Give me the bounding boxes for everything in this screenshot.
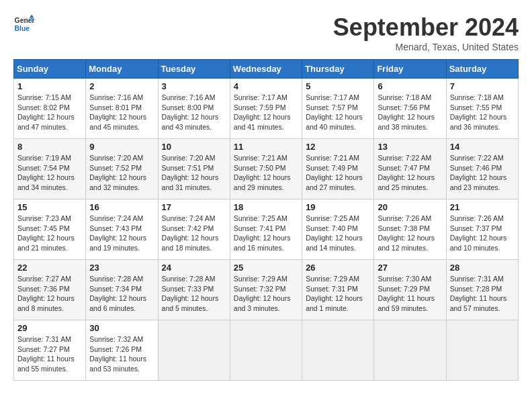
calendar-cell: 9 Sunrise: 7:20 AMSunset: 7:52 PMDayligh… (86, 139, 158, 199)
svg-marker-2 (30, 15, 34, 18)
day-number: 13 (378, 142, 442, 152)
day-info: Sunrise: 7:16 AMSunset: 8:01 PMDaylight:… (89, 93, 146, 131)
column-header-thursday: Thursday (302, 60, 374, 79)
day-number: 17 (162, 202, 226, 212)
calendar-cell: 11 Sunrise: 7:21 AMSunset: 7:50 PMDaylig… (230, 139, 302, 199)
day-info: Sunrise: 7:29 AMSunset: 7:32 PMDaylight:… (234, 275, 291, 312)
calendar-cell: 19 Sunrise: 7:25 AMSunset: 7:40 PMDaylig… (302, 199, 374, 260)
calendar-cell (230, 320, 302, 381)
day-number: 3 (162, 81, 226, 91)
calendar-cell (302, 320, 374, 381)
calendar-cell: 12 Sunrise: 7:21 AMSunset: 7:49 PMDaylig… (302, 139, 374, 199)
calendar-week-5: 29 Sunrise: 7:31 AMSunset: 7:27 PMDaylig… (14, 320, 519, 381)
day-number: 25 (234, 263, 298, 273)
day-number: 20 (378, 202, 442, 212)
day-number: 2 (89, 81, 154, 91)
title-block: September 2024 Menard, Texas, United Sta… (333, 13, 519, 52)
day-info: Sunrise: 7:20 AMSunset: 7:52 PMDaylight:… (89, 154, 146, 191)
day-info: Sunrise: 7:26 AMSunset: 7:38 PMDaylight:… (378, 214, 435, 252)
calendar-cell: 7 Sunrise: 7:18 AMSunset: 7:55 PMDayligh… (446, 79, 518, 139)
day-info: Sunrise: 7:15 AMSunset: 8:02 PMDaylight:… (17, 93, 75, 131)
day-info: Sunrise: 7:17 AMSunset: 7:59 PMDaylight:… (234, 93, 291, 131)
calendar-cell: 20 Sunrise: 7:26 AMSunset: 7:38 PMDaylig… (374, 199, 446, 260)
day-number: 6 (378, 81, 442, 91)
column-header-wednesday: Wednesday (230, 60, 302, 79)
day-number: 9 (89, 142, 154, 152)
column-header-monday: Monday (86, 60, 158, 79)
calendar-cell: 13 Sunrise: 7:22 AMSunset: 7:47 PMDaylig… (374, 139, 446, 199)
day-info: Sunrise: 7:19 AMSunset: 7:54 PMDaylight:… (17, 154, 75, 191)
calendar-cell: 28 Sunrise: 7:31 AMSunset: 7:28 PMDaylig… (446, 260, 518, 320)
day-info: Sunrise: 7:22 AMSunset: 7:46 PMDaylight:… (450, 154, 507, 191)
calendar-cell: 2 Sunrise: 7:16 AMSunset: 8:01 PMDayligh… (86, 79, 158, 139)
day-info: Sunrise: 7:31 AMSunset: 7:27 PMDaylight:… (17, 335, 75, 373)
day-info: Sunrise: 7:28 AMSunset: 7:34 PMDaylight:… (89, 275, 146, 312)
day-number: 12 (306, 142, 370, 152)
column-header-tuesday: Tuesday (158, 60, 230, 79)
calendar-cell (446, 320, 518, 381)
calendar-cell (374, 320, 446, 381)
day-number: 27 (378, 263, 442, 273)
day-info: Sunrise: 7:18 AMSunset: 7:56 PMDaylight:… (378, 93, 435, 131)
calendar-week-3: 15 Sunrise: 7:23 AMSunset: 7:45 PMDaylig… (14, 199, 519, 260)
day-number: 22 (17, 263, 82, 273)
page-header: General Blue September 2024 Menard, Texa… (13, 13, 519, 52)
calendar-week-1: 1 Sunrise: 7:15 AMSunset: 8:02 PMDayligh… (14, 79, 519, 139)
calendar-week-2: 8 Sunrise: 7:19 AMSunset: 7:54 PMDayligh… (14, 139, 519, 199)
day-number: 10 (162, 142, 226, 152)
calendar-cell: 14 Sunrise: 7:22 AMSunset: 7:46 PMDaylig… (446, 139, 518, 199)
column-header-sunday: Sunday (14, 60, 86, 79)
day-number: 29 (17, 323, 82, 333)
day-number: 18 (234, 202, 298, 212)
calendar-cell: 22 Sunrise: 7:27 AMSunset: 7:36 PMDaylig… (14, 260, 86, 320)
day-number: 14 (450, 142, 515, 152)
location: Menard, Texas, United States (333, 42, 519, 52)
calendar-cell: 6 Sunrise: 7:18 AMSunset: 7:56 PMDayligh… (374, 79, 446, 139)
calendar-cell: 8 Sunrise: 7:19 AMSunset: 7:54 PMDayligh… (14, 139, 86, 199)
column-header-saturday: Saturday (446, 60, 518, 79)
day-number: 21 (450, 202, 515, 212)
calendar-cell: 1 Sunrise: 7:15 AMSunset: 8:02 PMDayligh… (14, 79, 86, 139)
day-number: 7 (450, 81, 515, 91)
logo: General Blue (13, 13, 35, 35)
day-number: 15 (17, 202, 82, 212)
day-number: 8 (17, 142, 82, 152)
calendar-cell: 24 Sunrise: 7:28 AMSunset: 7:33 PMDaylig… (158, 260, 230, 320)
day-info: Sunrise: 7:20 AMSunset: 7:51 PMDaylight:… (162, 154, 219, 191)
calendar-cell: 17 Sunrise: 7:24 AMSunset: 7:42 PMDaylig… (158, 199, 230, 260)
calendar-cell: 30 Sunrise: 7:32 AMSunset: 7:26 PMDaylig… (86, 320, 158, 381)
logo-icon: General Blue (13, 13, 35, 35)
calendar-cell: 4 Sunrise: 7:17 AMSunset: 7:59 PMDayligh… (230, 79, 302, 139)
day-info: Sunrise: 7:30 AMSunset: 7:29 PMDaylight:… (378, 275, 435, 312)
column-header-friday: Friday (374, 60, 446, 79)
day-info: Sunrise: 7:22 AMSunset: 7:47 PMDaylight:… (378, 154, 435, 191)
day-info: Sunrise: 7:32 AMSunset: 7:26 PMDaylight:… (89, 335, 146, 373)
day-info: Sunrise: 7:18 AMSunset: 7:55 PMDaylight:… (450, 93, 507, 131)
calendar-week-4: 22 Sunrise: 7:27 AMSunset: 7:36 PMDaylig… (14, 260, 519, 320)
day-number: 24 (162, 263, 226, 273)
day-info: Sunrise: 7:27 AMSunset: 7:36 PMDaylight:… (17, 275, 75, 312)
day-info: Sunrise: 7:25 AMSunset: 7:41 PMDaylight:… (234, 214, 291, 252)
day-number: 19 (306, 202, 370, 212)
calendar-cell: 10 Sunrise: 7:20 AMSunset: 7:51 PMDaylig… (158, 139, 230, 199)
calendar-cell: 3 Sunrise: 7:16 AMSunset: 8:00 PMDayligh… (158, 79, 230, 139)
svg-text:Blue: Blue (15, 25, 30, 32)
day-number: 5 (306, 81, 370, 91)
day-info: Sunrise: 7:23 AMSunset: 7:45 PMDaylight:… (17, 214, 75, 252)
calendar-cell: 26 Sunrise: 7:29 AMSunset: 7:31 PMDaylig… (302, 260, 374, 320)
calendar-cell: 23 Sunrise: 7:28 AMSunset: 7:34 PMDaylig… (86, 260, 158, 320)
calendar-cell (158, 320, 230, 381)
day-info: Sunrise: 7:26 AMSunset: 7:37 PMDaylight:… (450, 214, 507, 252)
day-info: Sunrise: 7:25 AMSunset: 7:40 PMDaylight:… (306, 214, 363, 252)
day-number: 23 (89, 263, 154, 273)
day-number: 4 (234, 81, 298, 91)
calendar-cell: 25 Sunrise: 7:29 AMSunset: 7:32 PMDaylig… (230, 260, 302, 320)
calendar-cell: 16 Sunrise: 7:24 AMSunset: 7:43 PMDaylig… (86, 199, 158, 260)
day-number: 30 (89, 323, 154, 333)
month-title: September 2024 (333, 13, 519, 42)
calendar-cell: 21 Sunrise: 7:26 AMSunset: 7:37 PMDaylig… (446, 199, 518, 260)
calendar-table: SundayMondayTuesdayWednesdayThursdayFrid… (13, 59, 519, 381)
day-info: Sunrise: 7:24 AMSunset: 7:43 PMDaylight:… (89, 214, 146, 252)
day-number: 16 (89, 202, 154, 212)
day-info: Sunrise: 7:28 AMSunset: 7:33 PMDaylight:… (162, 275, 219, 312)
